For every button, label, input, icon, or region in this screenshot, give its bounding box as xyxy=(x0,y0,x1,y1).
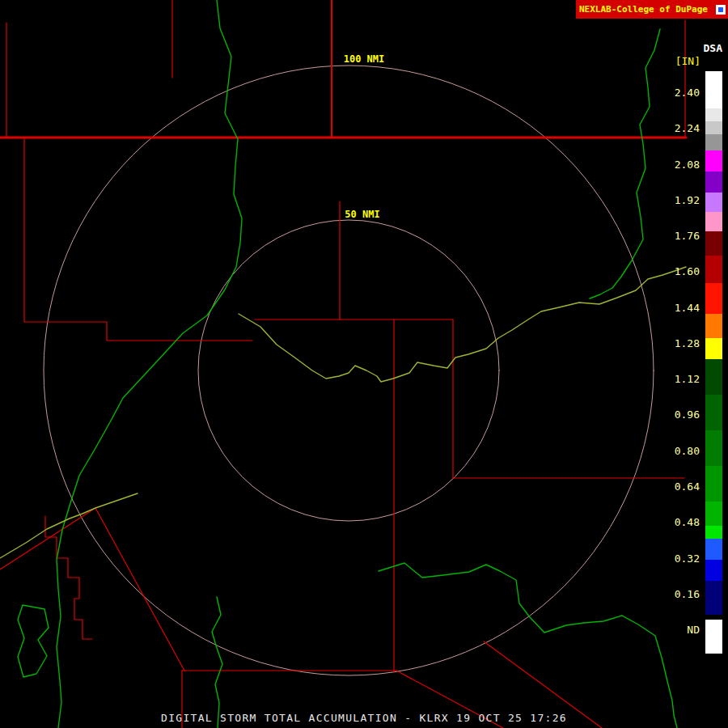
colorbar-segment xyxy=(705,256,722,283)
colorbar-segment xyxy=(705,193,722,212)
colorbar-segment xyxy=(705,121,722,134)
colorbar-segment xyxy=(705,359,722,395)
colorbar-segment xyxy=(705,171,722,193)
colorbar-segment xyxy=(705,539,722,560)
banner-text: NEXLAB-College of DuPage xyxy=(579,4,708,15)
highways xyxy=(0,267,686,558)
range-rings xyxy=(44,66,654,675)
colorbar-segment xyxy=(705,71,722,108)
colorbar-segment xyxy=(705,338,722,359)
colorbar xyxy=(705,71,722,654)
colorbar-segment xyxy=(705,620,722,654)
colorbar-segment xyxy=(705,560,722,581)
colorbar-segment xyxy=(705,231,722,256)
radar-map xyxy=(0,0,728,728)
colorbar-segment xyxy=(705,150,722,171)
colorbar-segment xyxy=(705,395,722,430)
colorbar-segment xyxy=(705,134,722,150)
status-bar: DIGITAL STORM TOTAL ACCUMULATION - KLRX … xyxy=(0,712,728,724)
colorbar-segment xyxy=(705,430,722,466)
colorbar-segment xyxy=(705,502,722,526)
colorbar-segment xyxy=(705,581,722,615)
radar-display: 100 NMI 50 NMI NEXLAB-College of DuPage … xyxy=(0,0,728,728)
range-ring-label-50nmi: 50 NMI xyxy=(345,209,379,220)
banner: NEXLAB-College of DuPage xyxy=(576,0,728,19)
colorbar-segment xyxy=(705,314,722,338)
cod-logo-icon xyxy=(716,5,726,15)
county-boundaries xyxy=(0,0,686,728)
rivers xyxy=(18,0,677,728)
colorbar-segment xyxy=(705,283,722,314)
product-units-label: [IN] xyxy=(675,55,700,67)
range-ring-label-100nmi: 100 NMI xyxy=(344,53,385,65)
colorbar-segment xyxy=(705,526,722,539)
product-code-label: DSA xyxy=(704,42,722,54)
colorbar-segment xyxy=(705,108,722,121)
colorbar-segment xyxy=(705,212,722,231)
colorbar-segment xyxy=(705,466,722,502)
